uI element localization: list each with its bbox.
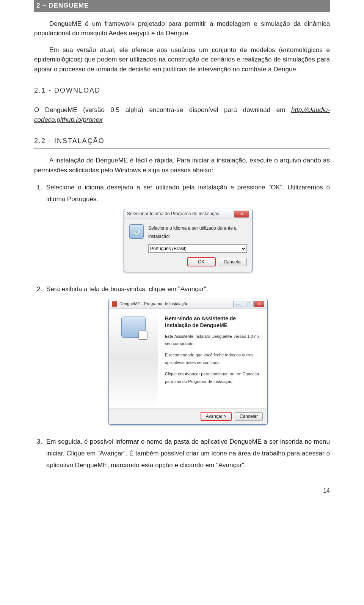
subheading-install: 2.2 - INSTALAÇÃO bbox=[34, 136, 330, 146]
dialog-title: DengueME - Programa de Instalação bbox=[119, 300, 188, 308]
close-icon[interactable]: ✕ bbox=[254, 301, 264, 307]
intro-paragraph-2: Em sua versão atual, ele oferece aos usu… bbox=[34, 45, 330, 74]
section-title: 2 – DENGUEME bbox=[34, 0, 330, 12]
step-1: Selecione o idioma desejado a ser utiliz… bbox=[44, 182, 330, 272]
download-paragraph: O DengueME (versão 0.5 alpha) encontra-s… bbox=[34, 105, 330, 124]
step-3-text: Em seguida, é possível informar o nome d… bbox=[46, 438, 330, 468]
welcome-p3: Clique em Avançar para continuar, ou em … bbox=[165, 370, 260, 386]
installer-large-icon bbox=[121, 317, 146, 338]
installer-icon: 💿 bbox=[129, 224, 144, 239]
rule bbox=[34, 148, 330, 149]
close-icon[interactable]: ✕ bbox=[234, 211, 249, 217]
download-text: O DengueME (versão 0.5 alpha) encontra-s… bbox=[34, 106, 291, 113]
next-button[interactable]: Avançar > bbox=[201, 412, 231, 421]
welcome-dialog: DengueME - Programa de Instalação — ☐ ✕ … bbox=[108, 299, 268, 425]
dialog-message: Selecione o idioma a ser utilizado duran… bbox=[148, 224, 247, 241]
step-2-text: Será exibida a tela de boas-vindas, cliq… bbox=[46, 285, 208, 293]
language-dialog: Selecionar Idioma do Programa de Instala… bbox=[124, 209, 253, 272]
subheading-download: 2.1 - DOWNLOAD bbox=[34, 85, 330, 96]
intro-paragraph-1: DengueME é um framework projetado para p… bbox=[34, 19, 330, 38]
welcome-p2: É recomendado que você feche todos os ou… bbox=[165, 351, 260, 367]
cancel-button[interactable]: Cancelar bbox=[219, 258, 247, 266]
welcome-p1: Este Assistente instalará DengueME versã… bbox=[165, 333, 260, 348]
ok-button[interactable]: OK bbox=[187, 258, 215, 266]
page-number: 14 bbox=[34, 486, 330, 495]
cancel-button[interactable]: Cancelar bbox=[235, 412, 263, 421]
app-icon bbox=[112, 301, 117, 307]
maximize-icon[interactable]: ☐ bbox=[244, 301, 254, 307]
install-intro: A instalação do DengueME é fácil e rápid… bbox=[34, 156, 330, 175]
step-2: Será exibida a tela de boas-vindas, cliq… bbox=[44, 284, 330, 425]
language-select[interactable]: Português (Brasil) bbox=[148, 244, 247, 253]
welcome-heading: Bem-vindo ao Assistente de Instalação de… bbox=[165, 315, 260, 329]
step-3: Em seguida, é possível informar o nome d… bbox=[44, 436, 330, 471]
minimize-icon[interactable]: — bbox=[233, 301, 243, 307]
rule bbox=[34, 98, 330, 98]
dialog-title: Selecionar Idioma do Programa de Instala… bbox=[127, 210, 219, 218]
step-1-text: Selecione o idioma desejado a ser utiliz… bbox=[46, 184, 330, 203]
